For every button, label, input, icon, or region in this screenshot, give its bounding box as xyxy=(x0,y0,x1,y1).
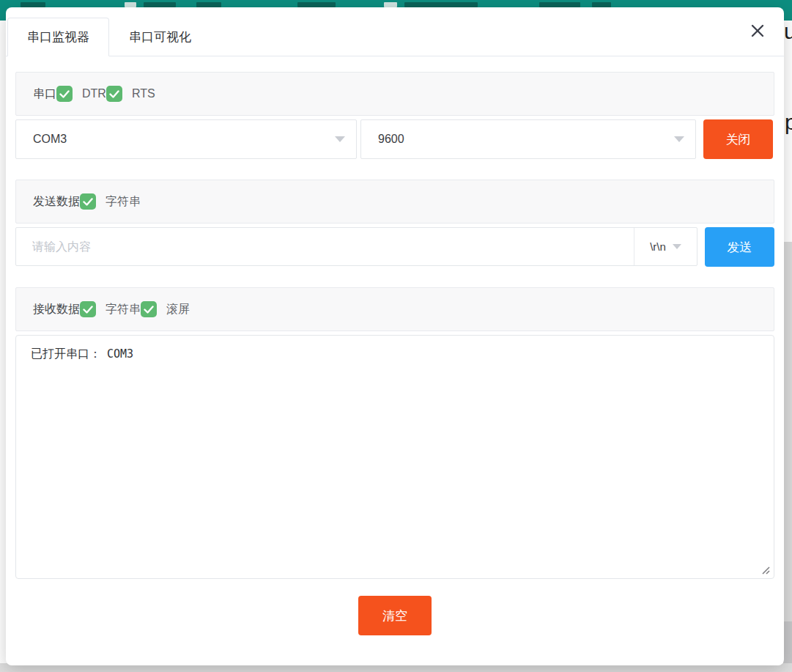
rts-checkbox-label: RTS xyxy=(132,87,155,100)
chevron-down-icon xyxy=(335,136,345,142)
line-ending-value: \r\n xyxy=(650,240,666,253)
port-close-button[interactable]: 关闭 xyxy=(703,119,773,159)
resize-handle-icon[interactable] xyxy=(760,565,770,575)
receive-string-checkbox[interactable] xyxy=(80,301,96,317)
port-config-row: COM3 9600 关闭 xyxy=(15,119,774,159)
menubar-fragment xyxy=(21,2,45,7)
menubar-fragment xyxy=(539,2,580,7)
check-icon xyxy=(83,306,93,314)
output-text: 已打开串口： xyxy=(31,347,101,360)
tab-label: 串口监视器 xyxy=(27,29,89,45)
close-icon xyxy=(750,23,766,39)
check-icon xyxy=(109,90,119,98)
dtr-checkbox[interactable] xyxy=(56,86,73,102)
serial-section-header: 串口 DTR RTS xyxy=(15,72,774,116)
send-string-checkbox[interactable] xyxy=(80,193,96,210)
background-right-panel xyxy=(783,242,792,672)
send-input-wrap: \r\n xyxy=(15,227,697,266)
receive-section-label: 接收数据 xyxy=(33,302,80,317)
background-clipped-text: p xyxy=(785,111,792,133)
send-data-row: \r\n 发送 xyxy=(15,227,774,267)
tab-serial-plotter[interactable]: 串口可视化 xyxy=(109,18,211,56)
receive-string-checkbox-group[interactable]: 字符串 xyxy=(80,301,141,317)
tab-label: 串口可视化 xyxy=(129,29,191,45)
menubar-fragment xyxy=(592,2,611,7)
line-ending-select[interactable]: \r\n xyxy=(634,228,697,265)
send-section-header: 发送数据 字符串 xyxy=(15,180,774,224)
menubar-fragment-icon xyxy=(384,2,397,7)
receive-section-header: 接收数据 字符串 滚屏 xyxy=(15,287,774,331)
rts-checkbox-group[interactable]: RTS xyxy=(106,86,155,102)
receive-string-checkbox-label: 字符串 xyxy=(106,302,141,317)
menubar-fragment xyxy=(297,2,336,7)
dtr-checkbox-label: DTR xyxy=(82,87,106,100)
check-icon xyxy=(83,198,93,206)
menubar-fragment-icon xyxy=(125,2,136,7)
send-section-label: 发送数据 xyxy=(33,194,80,210)
tab-serial-monitor[interactable]: 串口监视器 xyxy=(7,18,109,56)
send-string-checkbox-label: 字符串 xyxy=(106,194,141,210)
autoscroll-checkbox-label: 滚屏 xyxy=(166,302,190,317)
dialog-close-button[interactable] xyxy=(747,21,768,41)
port-select[interactable]: COM3 xyxy=(15,119,357,159)
menubar-fragment xyxy=(196,2,221,7)
send-input[interactable] xyxy=(16,228,634,265)
rts-checkbox[interactable] xyxy=(106,86,122,102)
check-icon xyxy=(59,90,70,98)
send-string-checkbox-group[interactable]: 字符串 xyxy=(80,193,141,210)
receive-output-area[interactable]: 已打开串口：COM3 xyxy=(15,335,774,579)
check-icon xyxy=(144,306,154,314)
dialog-tabs: 串口监视器 串口可视化 xyxy=(6,18,784,56)
background-clipped-text: u xyxy=(784,21,792,43)
dtr-checkbox-group[interactable]: DTR xyxy=(56,86,106,102)
clear-button-row: 清空 xyxy=(15,596,774,635)
send-button[interactable]: 发送 xyxy=(705,227,774,267)
serial-section-label: 串口 xyxy=(33,86,56,102)
autoscroll-checkbox-group[interactable]: 滚屏 xyxy=(141,301,190,317)
chevron-down-icon xyxy=(673,244,681,249)
output-port-value: COM3 xyxy=(107,347,133,361)
menubar-fragment xyxy=(144,2,176,7)
chevron-down-icon xyxy=(674,136,684,142)
clear-button[interactable]: 清空 xyxy=(358,596,432,635)
baud-select-value: 9600 xyxy=(378,133,404,146)
serial-monitor-dialog: 串口监视器 串口可视化 串口 DTR RTS CO xyxy=(6,7,784,665)
menubar-fragment xyxy=(404,2,478,7)
autoscroll-checkbox[interactable] xyxy=(141,301,157,317)
port-select-value: COM3 xyxy=(33,133,67,146)
baud-rate-select[interactable]: 9600 xyxy=(360,119,696,159)
